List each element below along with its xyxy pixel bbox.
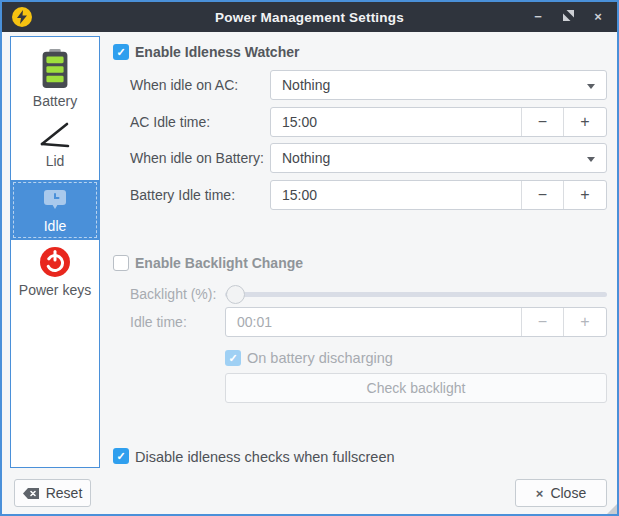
reset-label: Reset xyxy=(46,485,83,501)
chevron-down-icon xyxy=(587,157,595,162)
idle-time-label: Idle time: xyxy=(130,307,187,337)
battery-icon xyxy=(38,48,72,90)
when-idle-ac-value: Nothing xyxy=(282,77,330,93)
ac-idle-time-input[interactable]: 15:00 xyxy=(271,108,522,136)
backlight-slider[interactable] xyxy=(225,292,607,297)
disable-fullscreen-checkbox[interactable]: ✓ xyxy=(113,448,129,464)
idle-time-input[interactable]: 00:01 xyxy=(226,308,522,336)
check-backlight-button[interactable]: Check backlight xyxy=(225,373,607,403)
sidebar-item-label: Power keys xyxy=(19,282,91,298)
check-icon: ✓ xyxy=(116,450,125,463)
window-title: Power Management Settings xyxy=(2,10,617,25)
lid-icon xyxy=(37,120,73,150)
sidebar-item-lid[interactable]: Lid xyxy=(11,116,99,176)
backlight-percent-label: Backlight (%): xyxy=(130,279,216,309)
sidebar-item-label: Lid xyxy=(46,153,65,169)
sidebar-item-power-keys[interactable]: Power keys xyxy=(11,244,99,306)
check-icon: ✓ xyxy=(116,46,125,59)
maximize-button[interactable] xyxy=(561,2,575,32)
sidebar-item-label: Idle xyxy=(44,218,67,234)
idle-time-decrement-button[interactable]: − xyxy=(522,308,564,336)
battery-idle-time-label: Battery Idle time: xyxy=(130,180,235,210)
enable-backlight-label: Enable Backlight Change xyxy=(135,254,303,272)
power-icon xyxy=(39,246,71,278)
on-battery-discharging-checkbox[interactable]: ✓ xyxy=(225,350,241,366)
resize-grip[interactable] xyxy=(607,504,617,514)
close-window-button[interactable]: × xyxy=(591,2,605,32)
ac-idle-time-label: AC Idle time: xyxy=(130,107,210,137)
sidebar-item-idle[interactable]: Idle xyxy=(11,180,99,240)
battery-idle-time-input[interactable]: 15:00 xyxy=(271,181,522,209)
enable-idleness-label: Enable Idleness Watcher xyxy=(135,43,299,61)
close-icon: × xyxy=(536,486,544,501)
backspace-icon xyxy=(23,487,39,500)
when-idle-battery-value: Nothing xyxy=(282,150,330,166)
sidebar-item-label: Battery xyxy=(33,93,77,109)
ac-idle-time-decrement-button[interactable]: − xyxy=(522,108,564,136)
ac-idle-time-spinbox: 15:00 − + xyxy=(270,107,607,137)
on-battery-discharging-label: On battery discharging xyxy=(247,349,393,367)
chevron-down-icon xyxy=(587,84,595,89)
idle-time-increment-button[interactable]: + xyxy=(564,308,606,336)
idle-time-spinbox: 00:01 − + xyxy=(225,307,607,337)
category-list: Battery Lid Idle Power keys xyxy=(10,36,100,468)
minimize-button[interactable]: − xyxy=(531,2,545,32)
sidebar-item-battery[interactable]: Battery xyxy=(11,43,99,109)
titlebar[interactable]: Power Management Settings − × xyxy=(2,2,617,32)
power-management-window: Power Management Settings − × Battery xyxy=(0,0,619,516)
close-label: Close xyxy=(550,485,586,501)
ac-idle-time-increment-button[interactable]: + xyxy=(564,108,606,136)
battery-idle-time-increment-button[interactable]: + xyxy=(564,181,606,209)
enable-backlight-checkbox[interactable] xyxy=(113,255,129,271)
when-idle-battery-label: When idle on Battery: xyxy=(130,143,264,173)
battery-idle-time-spinbox: 15:00 − + xyxy=(270,180,607,210)
reset-button[interactable]: Reset xyxy=(14,479,91,507)
idle-icon xyxy=(42,188,68,214)
battery-idle-time-decrement-button[interactable]: − xyxy=(522,181,564,209)
check-icon: ✓ xyxy=(228,352,237,365)
close-button[interactable]: × Close xyxy=(515,479,607,507)
disable-fullscreen-label: Disable idleness checks when fullscreen xyxy=(135,448,395,466)
backlight-slider-handle[interactable] xyxy=(226,285,245,304)
when-idle-ac-label: When idle on AC: xyxy=(130,70,238,100)
when-idle-battery-select[interactable]: Nothing xyxy=(270,143,607,173)
enable-idleness-checkbox[interactable]: ✓ xyxy=(113,44,129,60)
when-idle-ac-select[interactable]: Nothing xyxy=(270,70,607,100)
